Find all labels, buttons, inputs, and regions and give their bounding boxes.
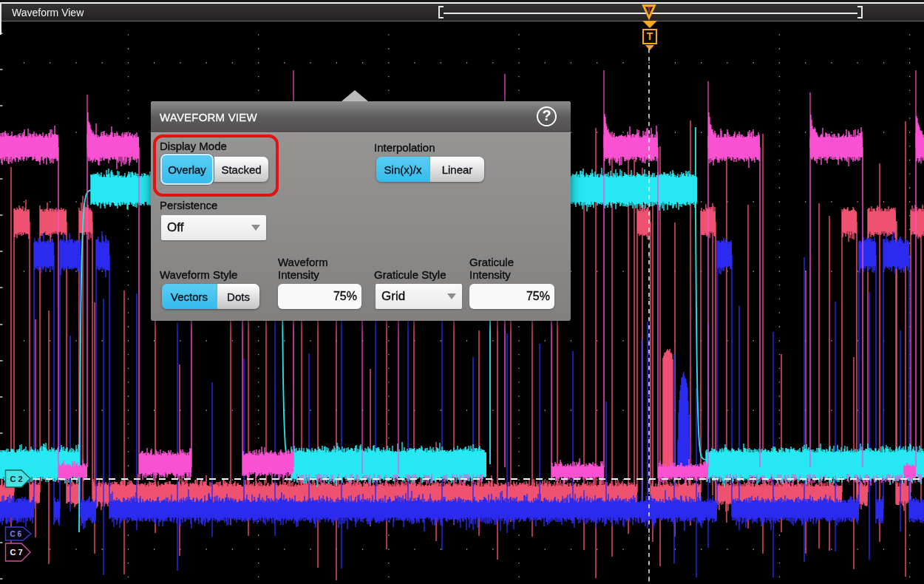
svg-text:C 2: C 2 [10,475,23,483]
svg-text:C 6: C 6 [10,530,22,538]
svg-text:C 7: C 7 [10,548,23,557]
svg-text:T: T [647,5,652,14]
